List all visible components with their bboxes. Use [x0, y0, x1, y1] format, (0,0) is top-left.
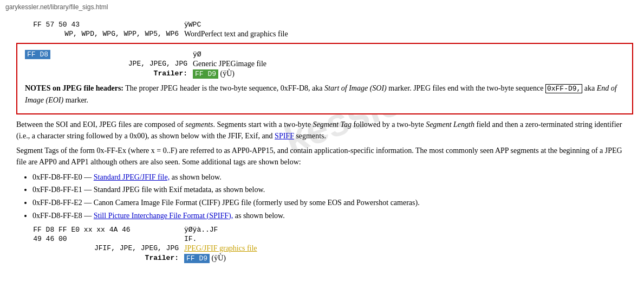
bottom-hex-value1: FF D8 FF E0 xx xx 4A 46 [16, 226, 184, 234]
jpeg-trailer-label-cell: Trailer: [25, 69, 193, 78]
bottom-trailer-value: FF D9 (ÿÙ) [184, 254, 226, 263]
jpeg-highlighted-section: FF D8 ÿØ JPE, JPEG, JPG Generic JPEGimag… [16, 43, 633, 114]
description-wpc: WordPerfect text and graphics file [184, 30, 288, 39]
notes-text2: marker. JPEG files end with the two-byte… [387, 84, 545, 92]
bottom-trailer-row: Trailer: FF D9 (ÿÙ) [16, 254, 633, 263]
bottom-hex-line2: 49 46 00 IF. [16, 235, 633, 243]
notes-italic1: Start of Image (SOI) [324, 84, 387, 92]
segment-length-italic: Segment Length [426, 120, 474, 129]
list-item-ciff: 0xFF-D8-FF-E2 — Canon Camera Image File … [32, 196, 633, 209]
trailer-label: Trailer: [154, 69, 187, 78]
paragraph-segment-tags: Segment Tags of the form 0x-FF-Ex (where… [16, 145, 633, 168]
list-item-jfif: 0xFF-D8-FF-E0 — Standard JPEG/JFIF file,… [32, 171, 633, 184]
jpeg-trailer-value: FF D9 (ÿÙ) [193, 69, 235, 78]
bottom-hex-line1: FF D8 FF E0 xx xx 4A 46 ÿØÿà..JF [16, 226, 633, 234]
bottom-description: JPEG/JFIF graphics file [184, 244, 257, 253]
extensions-wpc: WP, WPD, WPG, WPP, WP5, WP6 [16, 30, 184, 39]
segments-italic: segments [185, 120, 213, 129]
notes-text3: aka [582, 84, 596, 92]
paragraph-segments: Between the SOI and EOI, JPEG files are … [16, 119, 633, 142]
bottom-ascii1: ÿØÿà..JF [184, 226, 218, 234]
jpeg-extensions: JPE, JPEG, JPG [25, 60, 193, 68]
jpeg-ascii: ÿØ [193, 50, 201, 59]
notes-boxed: 0xFF-D9, [545, 84, 582, 93]
bottom-ext-row: JFIF, JPE, JPEG, JPG JPEG/JFIF graphics … [16, 244, 633, 253]
bottom-hex-section: FF D8 FF E0 xx xx 4A 46 ÿØÿà..JF 49 46 0… [16, 226, 633, 263]
jpeg-trailer-row: Trailer: FF D9 (ÿÙ) [25, 69, 625, 78]
jpeg-ext-row: JPE, JPEG, JPG Generic JPEGimage file [25, 60, 625, 68]
site-link[interactable]: garykessler.net [5, 3, 49, 11]
bottom-trailer-label-cell: Trailer: [16, 254, 184, 263]
segment-tag-italic: Segment Tag [313, 120, 351, 129]
table-row-wpc-ext: WP, WPD, WPG, WPP, WP5, WP6 WordPerfect … [16, 30, 633, 39]
bottom-hex-value2: 49 46 00 [16, 235, 184, 243]
jpeg-hex-part: FF D8 [25, 50, 193, 59]
ascii-wpc: ÿWPC [184, 21, 201, 29]
trailer-ascii: (ÿÙ) [220, 69, 235, 78]
jpeg-description: Generic JPEGimage file [193, 60, 266, 68]
jfif-graphics-link[interactable]: JPEG/JFIF graphics file [184, 244, 257, 252]
jfif-link[interactable]: Standard JPEG/JFIF file, [94, 173, 170, 181]
breadcrumb-path: /library/file_sigs.html [49, 3, 108, 11]
notes-text4: marker. [63, 96, 88, 104]
bottom-trailer-label: Trailer: [145, 254, 179, 262]
bottom-trailer-hex: FF D9 [184, 254, 210, 263]
hex-value-wpc: FF 57 50 43 [16, 21, 184, 29]
ff-d8-badge: FF D8 [25, 50, 50, 59]
list-item-spiff: 0xFF-D8-FF-E8 — Still Picture Interchang… [32, 209, 633, 222]
jpeg-hex-row: FF D8 ÿØ [25, 50, 625, 59]
bottom-ascii2: IF. [184, 235, 197, 243]
notes-bold: NOTES on JPEG file headers: [25, 84, 123, 92]
bottom-trailer-ascii: (ÿÙ) [212, 254, 226, 262]
jpeg-notes: NOTES on JPEG file headers: The proper J… [25, 82, 625, 106]
spiff-link[interactable]: SPIFF [275, 132, 294, 140]
spiff-file-link[interactable]: Still Picture Interchange File Format (S… [94, 212, 233, 220]
trailer-hex-badge: FF D9 [193, 69, 218, 79]
top-bar: garykessler.net/library/file_sigs.html [0, 0, 644, 14]
notes-text1: The proper JPEG header is the two-byte s… [123, 84, 324, 92]
bottom-extensions: JFIF, JPE, JPEG, JPG [16, 244, 184, 253]
table-row-wpc: FF 57 50 43 ÿWPC [16, 21, 633, 29]
app-segments-list: 0xFF-D8-FF-E0 — Standard JPEG/JFIF file,… [32, 171, 633, 222]
list-item-exif: 0xFF-D8-FF-E1 — Standard JPEG file with … [32, 183, 633, 196]
